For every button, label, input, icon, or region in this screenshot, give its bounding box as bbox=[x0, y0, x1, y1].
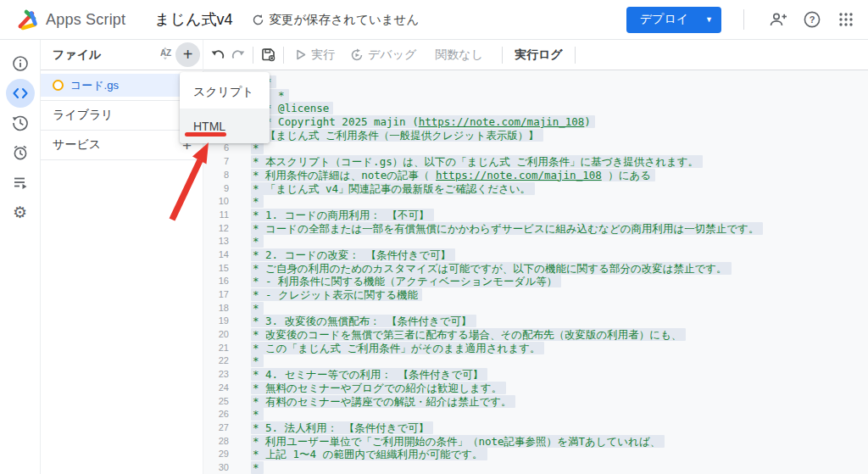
line-number: 24 bbox=[203, 382, 229, 395]
code-text: * 2. コードの改変： 【条件付きで可】 bbox=[251, 248, 455, 262]
sync-icon bbox=[252, 14, 264, 26]
code-text: * - 利用条件に関する機能（アクティベーションモーダル等） bbox=[251, 275, 561, 288]
line-number: 21 bbox=[203, 342, 229, 355]
file-list: コード.gs bbox=[41, 70, 203, 101]
line-number: 20 bbox=[203, 328, 229, 342]
code-line[interactable]: 29* 上記 1〜4 の範囲内で組織利用が可能です。 bbox=[203, 448, 763, 461]
code-text: * 1. コードの商用利用： 【不可】 bbox=[251, 209, 434, 222]
code-line[interactable]: 14* 2. コードの改変： 【条件付きで可】 bbox=[203, 248, 763, 262]
code-text: * bbox=[251, 461, 264, 474]
add-file-menu: スクリプト HTML bbox=[180, 72, 270, 143]
code-line[interactable]: 4 * Copyright 2025 majin (https://note.c… bbox=[203, 115, 763, 129]
menu-item-script[interactable]: スクリプト bbox=[180, 76, 270, 109]
code-line[interactable]: 6* bbox=[203, 142, 763, 155]
svg-text:?: ? bbox=[810, 14, 815, 25]
code-line[interactable]: 20* 改変後のコードを無償で第三者に配布する場合、その配布先（改変版の利用者）… bbox=[203, 328, 763, 342]
function-selector[interactable]: 関数なし bbox=[435, 47, 483, 63]
code-line[interactable]: 10* bbox=[203, 195, 763, 209]
code-editor[interactable]: 1/**2 *3 * @license4 * Copyright 2025 ma… bbox=[203, 70, 868, 474]
help-icon[interactable]: ? bbox=[795, 3, 829, 36]
executions-icon[interactable] bbox=[6, 168, 35, 197]
line-number: 19 bbox=[203, 315, 229, 328]
line-number: 17 bbox=[203, 288, 229, 302]
file-status-dot-icon bbox=[53, 80, 64, 91]
sort-az-icon[interactable]: A Z bbox=[157, 46, 174, 64]
code-text: * 「まじん式 v4」関連記事の最新版をご確認ください。 bbox=[251, 182, 535, 196]
deploy-caret-icon[interactable]: ▼ bbox=[697, 15, 713, 24]
history-icon[interactable] bbox=[6, 109, 35, 137]
line-number: 15 bbox=[203, 262, 229, 276]
code-text: * 有料のセミナーや講座での解説・紹介は禁止です。 bbox=[251, 395, 515, 409]
code-line[interactable]: 9* 「まじん式 v4」関連記事の最新版をご確認ください。 bbox=[203, 182, 763, 196]
code-text: * 3. 改変後の無償配布： 【条件付きで可】 bbox=[251, 315, 476, 328]
apps-script-window: Apps Script まじん式v4 変更が保存されていません デプロイ ▼ bbox=[0, 0, 868, 474]
code-line[interactable]: 25* 有料のセミナーや講座での解説・紹介は禁止です。 bbox=[203, 395, 763, 409]
annotation-arrow-icon bbox=[161, 138, 220, 225]
debug-button[interactable]: デバッグ bbox=[350, 47, 416, 63]
code-text: * 利用ユーザー単位で「ご利用開始の条件」（note記事参照）を満Tあしていれば… bbox=[251, 435, 665, 449]
line-number: 14 bbox=[203, 248, 229, 262]
code-line[interactable]: 15* ご自身の利用のためのカスタマイズは可能ですが、以下の機能に関する部分の改… bbox=[203, 262, 763, 276]
code-line[interactable]: 2 * bbox=[203, 89, 763, 103]
code-text: * 本スクリプト（コード.gs）は、以下の「まじん式 ご利用条件」に基づき提供さ… bbox=[251, 155, 703, 169]
line-number: 23 bbox=[203, 368, 229, 382]
overview-icon[interactable] bbox=[6, 49, 35, 78]
add-file-button[interactable]: + bbox=[175, 42, 200, 67]
line-number: 27 bbox=[203, 421, 229, 435]
code-text: * 無料のセミナーやブログでの紹介は歓迎します。 bbox=[251, 382, 506, 395]
line-number: 25 bbox=[203, 395, 229, 409]
execution-log-button[interactable]: 実行ログ bbox=[515, 47, 563, 63]
code-text: * bbox=[251, 408, 264, 421]
code-line[interactable]: 21* この「まじん式 ご利用条件」がそのまま適用されます。 bbox=[203, 342, 763, 355]
code-line[interactable]: 16* - 利用条件に関する機能（アクティベーションモーダル等） bbox=[203, 275, 763, 288]
line-number: 13 bbox=[203, 235, 229, 248]
code-line[interactable]: 19* 3. 改変後の無償配布： 【条件付きで可】 bbox=[203, 315, 763, 328]
code-line[interactable]: 22* bbox=[203, 354, 763, 368]
share-add-user-icon[interactable] bbox=[761, 3, 795, 36]
line-number: 29 bbox=[203, 448, 229, 461]
code-text: * 【まじん式 ご利用条件（一般提供クレジット表示版）】 bbox=[251, 129, 543, 142]
code-text: * 利用条件の詳細は、noteの記事（ https://note.com/maj… bbox=[251, 169, 655, 182]
code-line[interactable]: 1/** bbox=[203, 75, 763, 89]
line-number: 30 bbox=[203, 461, 229, 474]
code-line[interactable]: 13* bbox=[203, 235, 763, 248]
top-bar: Apps Script まじん式v4 変更が保存されていません デプロイ ▼ bbox=[0, 0, 868, 40]
line-number: 18 bbox=[203, 302, 229, 315]
file-name[interactable]: コード.gs bbox=[70, 78, 119, 93]
header-divider bbox=[743, 9, 744, 30]
redo-icon[interactable] bbox=[231, 47, 246, 63]
code-line[interactable]: 12* コードの全部または一部を有償無償にかかわらずサービスに組み込むなどの商用… bbox=[203, 222, 763, 236]
code-text: * Copyright 2025 majin (https://note.com… bbox=[251, 115, 595, 129]
code-line[interactable]: 18* bbox=[203, 302, 763, 315]
code-line[interactable]: 17* - クレジット表示に関する機能 bbox=[203, 288, 763, 302]
code-line[interactable]: 27* 5. 法人利用： 【条件付きで可】 bbox=[203, 421, 763, 435]
run-button[interactable]: 実行 bbox=[294, 47, 335, 63]
line-number: 28 bbox=[203, 435, 229, 449]
deploy-button[interactable]: デプロイ ▼ bbox=[626, 7, 721, 33]
undo-icon[interactable] bbox=[210, 47, 225, 63]
editor-code-icon[interactable] bbox=[6, 79, 35, 108]
code-line[interactable]: 11* 1. コードの商用利用： 【不可】 bbox=[203, 209, 763, 222]
line-number: 22 bbox=[203, 354, 229, 368]
save-project-icon[interactable] bbox=[260, 47, 276, 63]
code-line[interactable]: 23* 4. セミナー等での利用： 【条件付きで可】 bbox=[203, 368, 763, 382]
code-line[interactable]: 7* 本スクリプト（コード.gs）は、以下の「まじん式 ご利用条件」に基づき提供… bbox=[203, 155, 763, 169]
code-line[interactable]: 28* 利用ユーザー単位で「ご利用開始の条件」（note記事参照）を満Tあしてい… bbox=[203, 435, 763, 449]
settings-icon[interactable]: ⚙ bbox=[6, 198, 35, 226]
file-row-code-gs[interactable]: コード.gs bbox=[41, 74, 203, 97]
triggers-icon[interactable] bbox=[6, 138, 35, 167]
code-line[interactable]: 5* 【まじん式 ご利用条件（一般提供クレジット表示版）】 bbox=[203, 129, 763, 142]
code-text: * bbox=[251, 302, 264, 315]
app-name[interactable]: Apps Script bbox=[46, 11, 125, 29]
code-line[interactable]: 8* 利用条件の詳細は、noteの記事（ https://note.com/ma… bbox=[203, 169, 763, 182]
code-line[interactable]: 30* bbox=[203, 461, 763, 474]
project-title[interactable]: まじん式v4 bbox=[154, 9, 232, 30]
code-line[interactable]: 3 * @license bbox=[203, 102, 763, 115]
code-line[interactable]: 26* bbox=[203, 408, 763, 421]
apps-script-logo bbox=[15, 8, 39, 31]
code-line[interactable]: 24* 無料のセミナーやブログでの紹介は歓迎します。 bbox=[203, 382, 763, 395]
code-text: * bbox=[251, 235, 264, 248]
code-text: * この「まじん式 ご利用条件」がそのまま適用されます。 bbox=[251, 342, 544, 355]
google-apps-grid-icon[interactable] bbox=[829, 3, 863, 36]
code-text: * bbox=[251, 354, 264, 368]
